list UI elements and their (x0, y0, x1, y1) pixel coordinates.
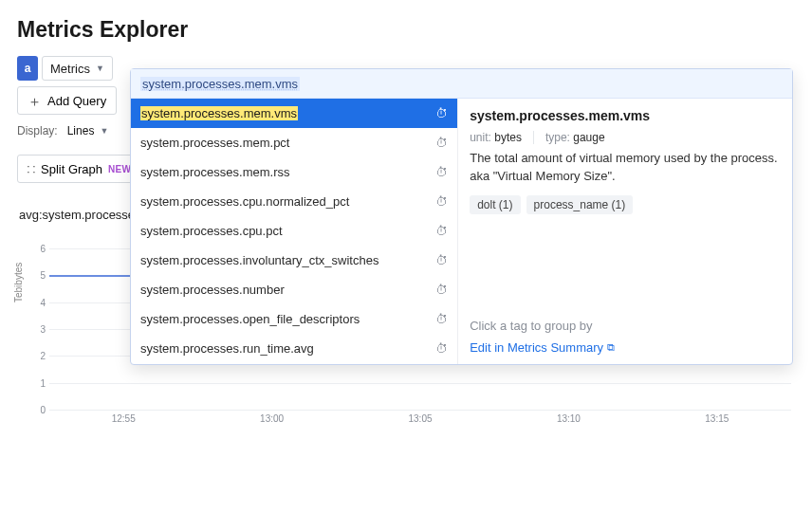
metric-suggestion-label: system.processes.cpu.pct (140, 224, 283, 238)
metric-suggestion-label: system.processes.mem.vms (140, 106, 298, 120)
metric-suggestion-item[interactable]: system.processes.cpu.normalized_pct⏱ (131, 187, 457, 216)
metric-detail-panel: system.processes.mem.vms unit: bytes typ… (458, 99, 792, 364)
clock-icon: ⏱ (435, 341, 448, 356)
x-axis: 12:5513:0013:0513:1013:15 (49, 413, 791, 427)
metric-suggestion-label: system.processes.mem.pct (140, 136, 290, 150)
edit-link-label: Edit in Metrics Summary (470, 340, 603, 355)
metric-suggestion-label: system.processes.involuntary_ctx_switche… (140, 253, 378, 267)
edit-metrics-summary-link[interactable]: Edit in Metrics Summary ⧉ (470, 340, 615, 355)
metric-description: The total amount of virtual memory used … (470, 150, 781, 186)
metric-suggestion-label: system.processes.number (140, 283, 285, 297)
clock-icon: ⏱ (435, 136, 448, 150)
y-tick: 2 (27, 351, 46, 361)
display-mode-dropdown[interactable]: Lines ▼ (67, 124, 109, 137)
clock-icon: ⏱ (435, 106, 448, 120)
chevron-down-icon: ▼ (96, 64, 104, 73)
metric-suggestion-item[interactable]: system.processes.open_file_descriptors⏱ (131, 304, 457, 334)
y-tick: 1 (27, 377, 46, 388)
y-tick: 3 (27, 324, 46, 335)
page-title: Metrics Explorer (0, 0, 812, 56)
y-tick: 5 (27, 270, 46, 281)
split-graph-button[interactable]: ⸬ Split Graph NEW (17, 155, 141, 183)
x-tick: 13:05 (408, 413, 432, 424)
metric-suggestion-item[interactable]: system.processes.mem.pct⏱ (131, 128, 457, 157)
y-tick: 0 (27, 405, 46, 415)
type-value: gauge (573, 131, 604, 144)
metric-suggestion-item[interactable]: system.processes.mem.vms⏱ (131, 99, 457, 128)
display-mode-value: Lines (67, 124, 95, 137)
query-letter-badge: a (17, 56, 38, 81)
clock-icon: ⏱ (435, 253, 448, 267)
metric-suggestion-label: system.processes.mem.rss (140, 165, 289, 179)
metric-suggestion-item[interactable]: system.processes.run_time.avg⏱ (131, 334, 457, 363)
y-axis-label: Tebibytes (13, 263, 24, 302)
clock-icon: ⏱ (435, 283, 448, 297)
x-tick: 13:00 (260, 413, 284, 424)
unit-value: bytes (494, 131, 522, 144)
gridline (49, 410, 791, 411)
group-by-hint: Click a tag to group by (470, 319, 781, 333)
y-tick: 4 (27, 297, 46, 307)
new-badge: NEW (108, 164, 131, 174)
metric-suggestion-item[interactable]: system.processes.involuntary_ctx_switche… (131, 246, 457, 275)
metric-suggestions-list: system.processes.mem.vms⏱system.processe… (131, 99, 458, 364)
clock-icon: ⏱ (435, 165, 448, 179)
x-tick: 13:10 (557, 413, 581, 424)
metric-search-input[interactable]: system.processes.mem.vms (131, 69, 792, 99)
clock-icon: ⏱ (435, 194, 448, 209)
metric-tags: dolt (1)process_name (1) (470, 195, 781, 214)
metric-detail-title: system.processes.mem.vms (470, 108, 781, 123)
metric-suggestion-item[interactable]: system.processes.cpu.pct⏱ (131, 216, 457, 246)
metrics-source-dropdown[interactable]: Metrics ▼ (42, 56, 113, 81)
metric-search-value: system.processes.mem.vms (140, 77, 300, 91)
external-link-icon: ⧉ (607, 341, 615, 354)
clock-icon: ⏱ (435, 312, 448, 326)
split-graph-label: Split Graph (41, 162, 102, 176)
x-tick: 12:55 (112, 413, 136, 424)
metrics-source-label: Metrics (50, 62, 90, 76)
metric-suggestion-item[interactable]: system.processes.number⏱ (131, 275, 457, 304)
metric-autocomplete-dropdown: system.processes.mem.vms system.processe… (130, 68, 793, 365)
chevron-down-icon: ▼ (100, 126, 108, 136)
metric-suggestion-item[interactable]: system.processes.mem.rss⏱ (131, 157, 457, 187)
metric-tag-pill[interactable]: dolt (1) (470, 195, 520, 214)
metric-tag-pill[interactable]: process_name (1) (526, 195, 634, 214)
display-label: Display: (17, 124, 58, 137)
split-graph-icon: ⸬ (28, 162, 35, 175)
x-tick: 13:15 (705, 413, 729, 424)
metric-suggestion-label: system.processes.open_file_descriptors (140, 312, 360, 326)
plus-icon: ＋ (28, 94, 42, 108)
unit-label: unit: (470, 131, 491, 144)
gridline (49, 383, 791, 384)
add-query-label: Add Query (47, 94, 106, 108)
clock-icon: ⏱ (435, 224, 448, 238)
metric-suggestion-label: system.processes.run_time.avg (140, 341, 314, 356)
metric-suggestion-label: system.processes.cpu.normalized_pct (140, 194, 349, 209)
y-tick: 6 (27, 244, 46, 254)
add-query-button[interactable]: ＋ Add Query (17, 86, 117, 115)
type-label: type: (545, 131, 570, 144)
